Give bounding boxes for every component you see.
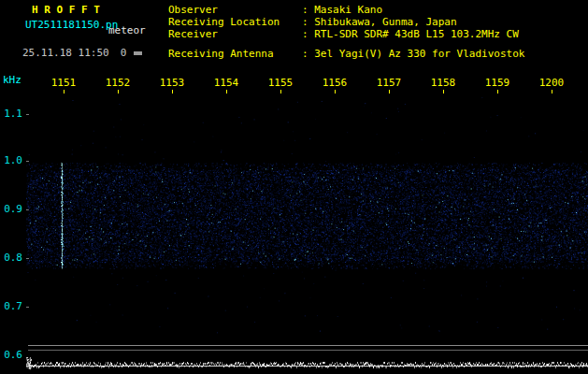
x-tick-label: 1154 (212, 78, 240, 89)
y-tick-label: 0.7 (0, 301, 22, 312)
marker-block (134, 51, 142, 55)
datetime-text: 25.11.18 11:50 (22, 47, 109, 59)
info-row-receiver: Receiver: RTL-SDR SDR# 43dB L15 103.2MHz… (168, 29, 519, 40)
info-label: Receiver (168, 29, 302, 40)
y-tick-label: 0.9 (0, 204, 22, 215)
info-separator: : (302, 48, 314, 60)
x-tick-label: 1152 (104, 78, 132, 89)
x-tick-label: 1153 (158, 78, 186, 89)
signal-level-strip-canvas (26, 340, 588, 372)
info-separator: : (302, 4, 314, 16)
y-tick-label: 1.1 (0, 108, 22, 120)
x-tick-label: 1155 (266, 78, 294, 89)
info-label: Receiving Location (168, 17, 302, 28)
app-title: H R O F F T (32, 5, 100, 16)
info-row-observer: Observer: Masaki Kano (168, 5, 382, 16)
x-tick-label: 1157 (375, 78, 403, 89)
info-value: Shibukawa, Gunma, Japan (314, 16, 456, 28)
x-tick-label: 1158 (429, 78, 457, 89)
spectrogram-canvas (26, 90, 588, 340)
hrofft-app-window: H R O F F T UT2511181150.pn meteor 25.11… (0, 0, 588, 374)
x-tick-label: 1151 (50, 78, 78, 89)
info-label: Receiving Antenna (168, 49, 302, 60)
x-tick-label: 1156 (321, 78, 349, 89)
output-filename: UT2511181150.pn (25, 20, 118, 31)
y-tick-label: 0.8 (0, 252, 22, 264)
info-value: Masaki Kano (314, 4, 382, 16)
y-tick-label: 0.6 (0, 350, 22, 361)
info-value: 3el Yagi(V) Az 330 for Vladivostok (314, 48, 524, 60)
echo-counter: 0 (121, 47, 127, 59)
info-label: Observer (168, 5, 302, 16)
y-axis-unit-label: kHz (3, 75, 22, 86)
info-separator: : (302, 16, 314, 28)
datetime-row: 25.11.18 11:500 (22, 48, 142, 59)
mode-label: meteor (108, 25, 146, 36)
info-row-location: Receiving Location: Shibukawa, Gunma, Ja… (168, 17, 457, 28)
x-tick-label: 1200 (538, 78, 566, 89)
info-value: RTL-SDR SDR# 43dB L15 103.2MHz CW (314, 28, 519, 40)
y-tick-label: 1.0 (0, 155, 22, 166)
info-row-antenna: Receiving Antenna: 3el Yagi(V) Az 330 fo… (168, 49, 524, 60)
x-tick-label: 1159 (483, 78, 511, 89)
info-separator: : (302, 28, 314, 40)
